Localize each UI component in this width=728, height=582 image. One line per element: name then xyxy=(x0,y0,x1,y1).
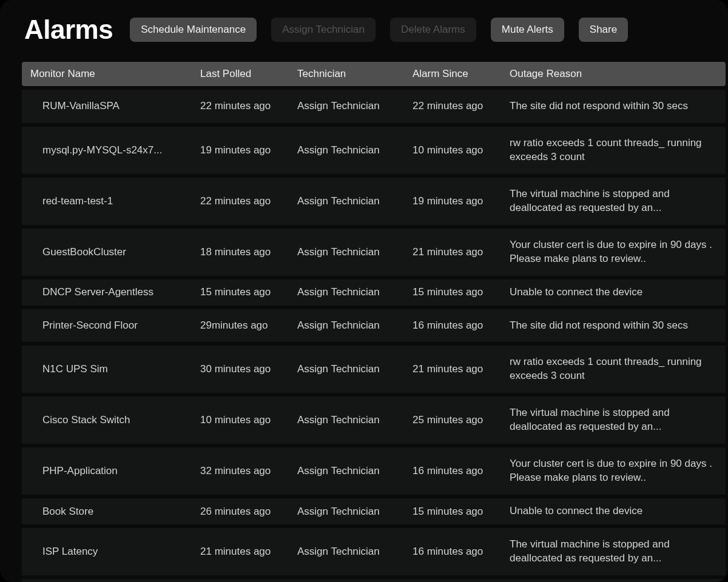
col-header-alarm-since[interactable]: Alarm Since xyxy=(404,62,501,86)
monitor-name-link[interactable]: RUM-VanillaSPA xyxy=(22,90,192,123)
alarm-since-value: 16 minutes ago xyxy=(404,528,501,575)
assign-technician-link[interactable]: Assign Technician xyxy=(289,396,404,444)
alarm-since-value: 22 minutes ago xyxy=(404,90,501,123)
alarms-table: Monitor Name Last Polled Technician Alar… xyxy=(22,58,726,582)
table-row: Book Store26 minutes agoAssign Technicia… xyxy=(22,498,726,524)
table-row: Cisco Stack Switch10 minutes agoAssign T… xyxy=(22,396,726,444)
last-polled-value: 10 minutes ago xyxy=(192,396,289,444)
outage-reason-value: Your cluster cert is due to expire in 90… xyxy=(501,579,726,582)
assign-technician-link[interactable]: Assign Technician xyxy=(289,447,404,495)
assign-technician-link[interactable]: Assign Technician xyxy=(289,346,404,393)
alarm-since-value: 10 minutes ago xyxy=(404,127,501,174)
outage-reason-value: Unable to connect the device xyxy=(501,279,726,306)
alarm-since-value: 16 minutes ago xyxy=(404,309,501,343)
monitor-name-link[interactable]: N1C UPS Sim xyxy=(22,346,192,393)
alarm-since-value: 21 minutes ago xyxy=(404,346,501,393)
outage-reason-value: Your cluster cert is due to expire in 90… xyxy=(501,229,726,276)
alarm-since-value: 21 minutes ago xyxy=(404,229,501,276)
last-polled-value: 19 minutes ago xyxy=(192,127,289,174)
alarm-since-value: 19 minutes ago xyxy=(404,178,501,225)
table-row: N1C UPS Sim30 minutes agoAssign Technici… xyxy=(22,346,726,393)
assign-technician-link[interactable]: Assign Technician xyxy=(289,229,404,276)
outage-reason-value: The site did not respond within 30 secs xyxy=(501,309,726,343)
col-header-last-polled[interactable]: Last Polled xyxy=(192,62,289,86)
last-polled-value: 19 minutes ago xyxy=(192,579,289,582)
header-bar: Alarms Schedule Maintenance Assign Techn… xyxy=(0,15,728,45)
table-row: GuestBookCluster18 minutes agoAssign Tec… xyxy=(22,229,726,276)
table-row: ISP Latency21 minutes agoAssign Technici… xyxy=(22,528,726,575)
outage-reason-value: The site did not respond within 30 secs xyxy=(501,90,726,123)
assign-technician-link[interactable]: Assign Technician xyxy=(289,528,404,575)
last-polled-value: 22 minutes ago xyxy=(192,90,289,123)
page-title: Alarms xyxy=(24,15,113,45)
outage-reason-value: rw ratio exceeds 1 count threads_ runnin… xyxy=(501,127,726,174)
delete-alarms-button: Delete Alarms xyxy=(390,18,476,42)
last-polled-value: 15 minutes ago xyxy=(192,279,289,306)
alarm-since-value: 22 minutes ago xyxy=(404,579,501,582)
alarm-since-value: 15 minutes ago xyxy=(404,279,501,306)
share-button[interactable]: Share xyxy=(579,18,628,42)
outage-reason-value: Your cluster cert is due to expire in 90… xyxy=(501,447,726,495)
last-polled-value: 21 minutes ago xyxy=(192,528,289,575)
last-polled-value: 26 minutes ago xyxy=(192,498,289,524)
assign-technician-link[interactable]: Assign Technician xyxy=(289,127,404,174)
monitor-name-link[interactable]: GuestBookCluster xyxy=(22,229,192,276)
monitor-name-link[interactable]: DNCP Server-Agentless xyxy=(22,279,192,306)
outage-reason-value: Unable to connect the device xyxy=(501,498,726,524)
last-polled-value: 18 minutes ago xyxy=(192,229,289,276)
schedule-maintenance-button[interactable]: Schedule Maintenance xyxy=(130,18,257,42)
last-polled-value: 22 minutes ago xyxy=(192,178,289,225)
monitor-name-link[interactable]: mysql.py-MYSQL-s24x7... xyxy=(22,127,192,174)
assign-technician-link[interactable]: Assign Technician xyxy=(289,279,404,306)
assign-technician-link[interactable]: Assign Technician xyxy=(289,309,404,343)
assign-technician-link[interactable]: Assign Technician xyxy=(289,498,404,524)
outage-reason-value: The virtual machine is stopped and deall… xyxy=(501,528,726,575)
table-row: PHP-Application32 minutes agoAssign Tech… xyxy=(22,447,726,495)
alarms-panel: Alarms Schedule Maintenance Assign Techn… xyxy=(0,0,728,582)
table-row: mysql.py-MYSQL-s24x7...19 minutes agoAss… xyxy=(22,127,726,174)
assign-technician-link[interactable]: Assign Technician xyxy=(289,90,404,123)
col-header-outage-reason[interactable]: Outage Reason xyxy=(501,62,726,86)
assign-technician-button: Assign Technician xyxy=(271,18,376,42)
table-row: Printer-Second Floor29minutes agoAssign … xyxy=(22,309,726,343)
last-polled-value: 29minutes ago xyxy=(192,309,289,343)
monitor-name-link[interactable]: Printer-Second Floor xyxy=(22,309,192,343)
monitor-name-link[interactable]: Book Store xyxy=(22,498,192,524)
monitor-name-link[interactable]: red-team-test-1 xyxy=(22,178,192,225)
monitor-name-link[interactable]: Cisco Stack Switch xyxy=(22,396,192,444)
assign-technician-link[interactable]: Assign Technician xyxy=(289,178,404,225)
alarm-since-value: 15 minutes ago xyxy=(404,498,501,524)
mute-alerts-button[interactable]: Mute Alerts xyxy=(491,18,564,42)
col-header-monitor-name[interactable]: Monitor Name xyxy=(22,62,192,86)
monitor-name-link[interactable]: PHP-Application xyxy=(22,447,192,495)
alarm-since-value: 25 minutes ago xyxy=(404,396,501,444)
outage-reason-value: The virtual machine is stopped and deall… xyxy=(501,178,726,225)
alarm-since-value: 16 minutes ago xyxy=(404,447,501,495)
col-header-technician[interactable]: Technician xyxy=(289,62,404,86)
outage-reason-value: rw ratio exceeds 1 count threads_ runnin… xyxy=(501,346,726,393)
monitor-name-link[interactable]: ISP Latency xyxy=(22,528,192,575)
table-header-row: Monitor Name Last Polled Technician Alar… xyxy=(22,62,726,86)
assign-technician-link[interactable]: Assign Technician xyxy=(289,579,404,582)
table-row: DNCP Server-Agentless15 minutes agoAssig… xyxy=(22,279,726,306)
monitor-name-link[interactable]: Testresource xyxy=(22,579,192,582)
table-row: red-team-test-122 minutes agoAssign Tech… xyxy=(22,178,726,225)
last-polled-value: 30 minutes ago xyxy=(192,346,289,393)
table-row: RUM-VanillaSPA22 minutes agoAssign Techn… xyxy=(22,90,726,123)
table-row: Testresource19 minutes agoAssign Technic… xyxy=(22,579,726,582)
last-polled-value: 32 minutes ago xyxy=(192,447,289,495)
outage-reason-value: The virtual machine is stopped and deall… xyxy=(501,396,726,444)
